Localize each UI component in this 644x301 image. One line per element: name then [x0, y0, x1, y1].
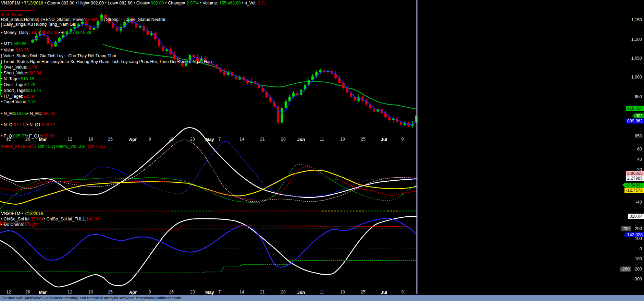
price-panel-readout: • Money_Daily:-16,740,537.00• +-:1,070,6…: [1, 30, 91, 35]
x-axis-tick-label: 12: [6, 290, 11, 294]
y-axis-tick-label: 40: [637, 157, 642, 162]
x-axis-tick-label: 11: [320, 137, 324, 142]
x-axis-tick-label: 28: [281, 137, 286, 142]
price-panel-readout-segment: 919.65: [14, 111, 27, 116]
x-axis-tick-label: 21: [260, 290, 265, 294]
price-panel-readout-segment: • +-:: [59, 30, 66, 35]
chart-canvas[interactable]: [0, 0, 644, 301]
title-segment: • n_Vol:: [241, 1, 258, 5]
title-segment: • Volume:: [199, 1, 219, 5]
price-panel-readout-segment: • N_Q:: [1, 122, 14, 127]
price-panel-readout-segment: ------------------------: [1, 105, 35, 110]
x-axis-tick-label: 23: [190, 137, 195, 142]
price-panel-readout: • Taget-Value:3.18: [1, 99, 36, 104]
price-marker-box: -12.7676: [624, 188, 644, 193]
price-panel-readout: | Value_Status:Đinh Gia Tich Luy _ Cho T…: [1, 53, 116, 58]
chiso-panel-readout-segment: • Đo Chênh:: [1, 222, 24, 227]
chiso-panel-readout: • Đo Chênh:178.01: [1, 222, 37, 227]
price-panel-readout-segment: • H7_Taget:: [1, 94, 23, 99]
price-panel-readout-segment: • Value:: [1, 48, 15, 52]
x-axis-tick-label: 25: [361, 137, 366, 142]
price-panel-readout-segment: | Daily_singal:Xu Huong Tang_Nam Giu: [1, 22, 76, 27]
x-axis-tick-label: 25: [361, 290, 366, 294]
price-panel-readout-segment: • Taget-Value:: [1, 99, 27, 104]
price-panel-readout-segment: • Over_Value:: [1, 65, 27, 70]
price-panel-readout: • N_Q:912.12• N_Q1:878.77: [1, 122, 55, 127]
chiso-panel-readout-segment: 7/13/2018: [24, 211, 44, 216]
matrix-panel-readout-segment: Matrix_Price :-9.5|: [1, 144, 36, 149]
status-bar: Created with AmiBroker - advanced charti…: [0, 295, 644, 301]
x-axis-tick-label: 9: [149, 290, 151, 294]
price-marker-box: -9.54993: [622, 183, 644, 188]
x-axis-tick-label: 7: [219, 137, 221, 142]
price-panel-readout: • MT1:889.86: [1, 41, 27, 46]
price-panel-readout-segment: • N_M1:: [27, 111, 42, 116]
price-panel-readout: ------------------------: [1, 117, 35, 121]
price-panel-readout: • Over_Taget:1.79: [1, 82, 35, 87]
price-panel-readout-segment: 1,070,615.88: [66, 30, 91, 35]
price-panel-readout-segment: 889.86: [13, 41, 26, 46]
price-panel-readout: • Short_Taget:914.44: [1, 88, 41, 93]
price-panel-readout-segment: ======================================: [1, 128, 96, 133]
title-segment: • Change=: [164, 1, 187, 5]
x-axis-tick-label: 7: [219, 290, 221, 294]
y-axis-tick-label: 850: [635, 134, 642, 139]
price-panel-readout-segment: 918.35: [15, 48, 28, 52]
price-panel-readout-segment: 878.77: [42, 122, 55, 127]
y-axis-tick-label: 200: [635, 226, 642, 231]
y-axis-tick-label: -100: [633, 256, 642, 261]
price-panel-readout: • Value:918.35: [1, 48, 29, 52]
price-marker-box: -200: [620, 267, 631, 272]
price-panel-readout-segment: | Trend_Status:Ngan Han chuyên tu Xu Huo…: [1, 59, 212, 64]
price-panel-readout-segment: 3.18: [27, 99, 36, 104]
x-axis-tick-label: May: [205, 290, 214, 295]
x-axis-tick-label: 12: [67, 137, 72, 142]
price-panel-readout: • N_M:919.65• N_M1:886.03: [1, 111, 55, 116]
matrix-panel-readout-segment: Diff : 5.7|: [36, 144, 55, 149]
price-panel-readout: • N_Taget:918.18: [1, 76, 34, 81]
y-axis-tick-label: 60: [637, 147, 642, 152]
y-axis-tick-label: 200: [635, 267, 642, 272]
amibroker-window: VN30F1M • 7/13/2018 • Open= 883.00 • Hig…: [0, 0, 644, 301]
price-panel-readout-segment: | Value_Status:Đinh Gia Tich Luy _ Cho T…: [1, 53, 116, 58]
y-axis-tick-label: -40: [636, 200, 642, 205]
x-axis-tick-label: Apr: [129, 137, 137, 142]
chiso-panel-readout-segment: 178.01: [24, 222, 37, 227]
price-panel-readout-segment: • Short_Taget:: [1, 88, 28, 93]
price-panel-readout: ------------------------: [1, 8, 35, 13]
price-panel-readout: | Trend_Status:Ngan Han chuyên tu Xu Huo…: [1, 59, 212, 64]
x-axis-tick-label: 11: [320, 290, 324, 294]
x-axis-tick-label: 9: [401, 137, 404, 142]
x-axis-tick-label: 9: [149, 137, 151, 142]
title-segment: •: [22, 1, 24, 5]
title-segment: 902.00: [151, 1, 164, 5]
title-segment: VN30F1M: [1, 1, 22, 5]
price-panel-readout-segment: 902.34: [28, 71, 41, 75]
matrix-panel-readout: Matrix_Price :-9.5| Diff : 5.7| Matrix_V…: [1, 144, 106, 149]
price-panel-readout-segment: | Strong: - | Zone_Status:Neutral: [103, 17, 165, 22]
chiso-panel-readout: VN30F1M • 7/13/2018: [1, 211, 43, 216]
title-segment: • Open= 883.00 • High= 902.00 • Low= 882…: [43, 1, 151, 5]
price-panel-readout: • Over_Value:-1.78: [1, 65, 37, 70]
chiso-panel-readout: • ChiSo_SoHai:320.04• ChiSo_SoHai_FULL:1…: [1, 217, 99, 221]
x-axis-tick-label: 14: [239, 137, 244, 142]
x-axis-tick-label: 16: [169, 290, 174, 294]
price-panel-readout-segment: ------------------------: [1, 8, 35, 13]
x-axis-tick-label: Jul: [381, 290, 387, 295]
price-panel-readout-segment: 914.44: [28, 88, 41, 93]
x-axis-tick-label: 19: [88, 290, 93, 294]
price-panel-readout: Test_Trend:: [1, 12, 24, 17]
title-segment: 2.31: [258, 1, 266, 5]
x-axis-tick-label: 28: [281, 290, 286, 294]
price-panel-readout-segment: • N_M:: [1, 111, 14, 116]
matrix-panel-readout-segment: Matrix_Vol :3.9|: [55, 144, 86, 149]
x-axis-tick-label: 18: [340, 137, 345, 142]
price-marker-box: 142.028: [624, 232, 644, 238]
price-panel-readout-segment: • F_Q1:: [26, 134, 41, 139]
title-segment: 7/13/2018: [24, 1, 44, 5]
price-panel-readout: • F_Q:895.77• F_Q1:863.02: [1, 134, 54, 139]
price-marker-box: 320.04: [628, 214, 644, 219]
x-axis-tick-label: 21: [260, 137, 265, 142]
price-marker-box: 918.354: [626, 106, 644, 111]
chiso-panel-readout-segment: •: [22, 211, 24, 216]
